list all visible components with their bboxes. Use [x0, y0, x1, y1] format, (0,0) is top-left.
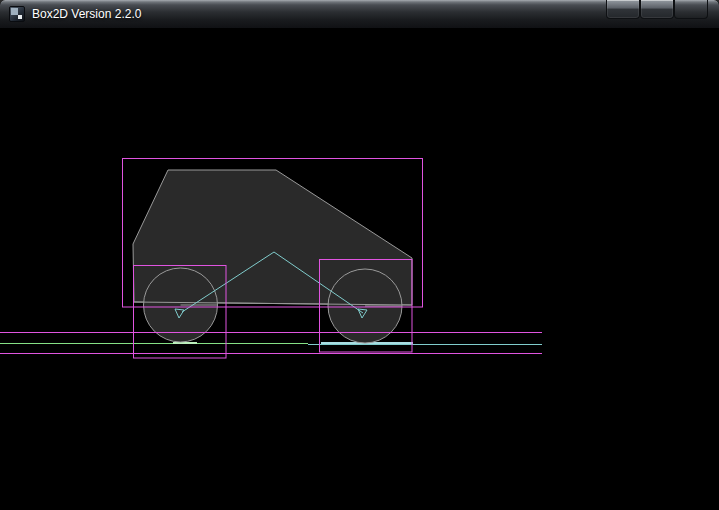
app-icon: [9, 6, 25, 22]
stats-overlay: Car Keys: left = a, brake = s, right = d…: [0, 479, 719, 510]
maximize-button[interactable]: [640, 0, 674, 19]
app-window: Box2D Version 2.2.0 Car Keys: left = a, …: [0, 0, 719, 510]
title-bar: Box2D Version 2.2.0: [0, 0, 719, 28]
window-title: Box2D Version 2.2.0: [32, 7, 141, 21]
simulation-canvas[interactable]: Car Keys: left = a, brake = s, right = d…: [0, 0, 719, 510]
minimize-button[interactable]: [606, 0, 640, 19]
close-button[interactable]: [674, 0, 708, 19]
stats-line-keys: Keys: left = a, brake = s, right = d, hz…: [0, 497, 719, 510]
stats-line-title: Car: [0, 479, 719, 497]
debug-draw-scene: [0, 0, 542, 475]
